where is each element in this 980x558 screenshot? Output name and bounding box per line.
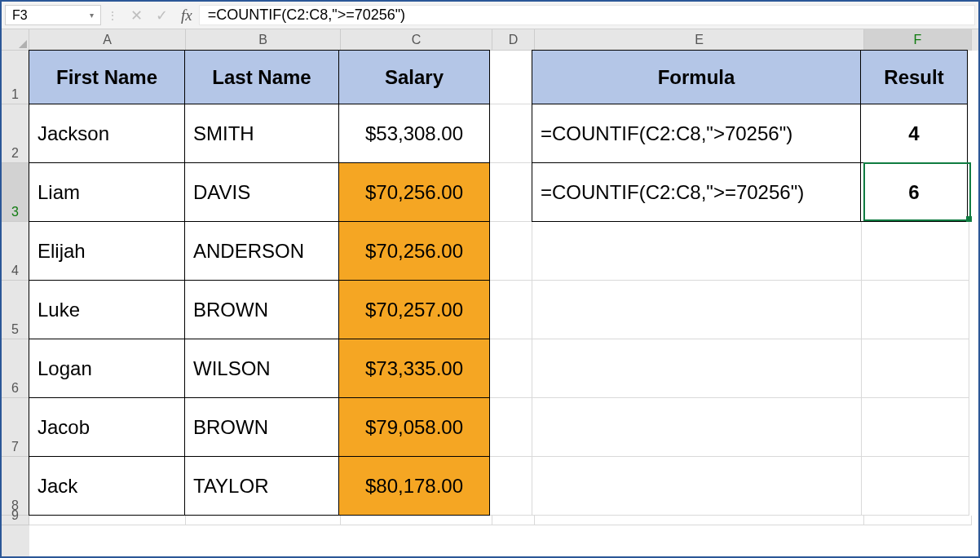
table-row: LoganWILSON$73,335.00 (29, 339, 978, 398)
cell-row9-3[interactable] (492, 516, 535, 525)
cell-row9-1[interactable] (186, 516, 341, 525)
cell-E4[interactable] (532, 222, 862, 281)
row-header-9[interactable]: 9 (2, 516, 29, 525)
column-header-E[interactable]: E (535, 29, 864, 51)
cell-F6[interactable] (862, 339, 969, 398)
column-header-F[interactable]: F (864, 29, 972, 51)
name-box[interactable]: F3 ▾ (5, 5, 101, 25)
cell-formula[interactable]: =COUNTIF(C2:C8,">=70256") (532, 162, 861, 222)
cell-row9-4[interactable] (535, 516, 864, 525)
cell-last-name[interactable]: BROWN (184, 397, 339, 457)
formula-input-value: =COUNTIF(C2:C8,">=70256") (208, 7, 405, 24)
header-formula[interactable]: Formula (532, 50, 861, 104)
cell-last-name[interactable]: SMITH (184, 104, 339, 163)
cell-salary[interactable]: $53,308.00 (338, 104, 490, 163)
cell-row9-0[interactable] (29, 516, 186, 525)
column-headers: ABCDEF (29, 29, 978, 51)
cell-first-name[interactable]: Luke (29, 280, 185, 339)
cell-F8[interactable] (862, 457, 969, 516)
row-header-5[interactable]: 5 (2, 281, 29, 339)
row-header-6[interactable]: 6 (2, 339, 29, 398)
cell-salary[interactable]: $70,256.00 (338, 162, 490, 222)
cell-F5[interactable] (862, 281, 969, 339)
cell-E6[interactable] (532, 339, 862, 398)
cell-D5[interactable] (490, 281, 532, 339)
cell-F7[interactable] (862, 398, 969, 457)
name-box-dropdown-icon[interactable]: ▾ (90, 11, 94, 20)
cell-D2[interactable] (490, 104, 532, 163)
table-row: JacksonSMITH$53,308.00=COUNTIF(C2:C8,">7… (29, 104, 978, 163)
cell-last-name[interactable]: TAYLOR (184, 456, 339, 516)
cell-E7[interactable] (532, 398, 862, 457)
table-row: JackTAYLOR$80,178.00 (29, 457, 978, 516)
column-header-B[interactable]: B (186, 29, 341, 51)
table-row: LiamDAVIS$70,256.00=COUNTIF(C2:C8,">=702… (29, 163, 978, 222)
table-row: First NameLast NameSalaryFormulaResult (29, 51, 978, 104)
table-row (29, 516, 978, 525)
row-header-2[interactable]: 2 (2, 104, 29, 163)
header-result[interactable]: Result (860, 50, 968, 104)
cell-F4[interactable] (862, 222, 969, 281)
cell-result[interactable]: 4 (860, 104, 968, 163)
table-row: LukeBROWN$70,257.00 (29, 281, 978, 339)
cell-salary[interactable]: $70,257.00 (338, 280, 490, 339)
cell-D7[interactable] (490, 398, 532, 457)
cell-first-name[interactable]: Liam (29, 162, 185, 222)
formula-bar-divider-icon: ⋮ (101, 2, 124, 29)
cell-D4[interactable] (490, 222, 532, 281)
column-header-D[interactable]: D (492, 29, 535, 51)
cell-first-name[interactable]: Logan (29, 339, 185, 398)
enter-icon[interactable]: ✓ (156, 7, 168, 24)
fx-icon[interactable]: fx (181, 7, 192, 24)
cell-first-name[interactable]: Elijah (29, 221, 185, 281)
formula-bar-buttons: ✕ ✓ fx (124, 2, 199, 29)
row-headers: 123456789 (2, 51, 29, 556)
row-header-3[interactable]: 3 (2, 163, 29, 222)
cell-last-name[interactable]: BROWN (184, 280, 339, 339)
cell-D6[interactable] (490, 339, 532, 398)
cell-salary[interactable]: $80,178.00 (338, 456, 490, 516)
table-row: JacobBROWN$79,058.00 (29, 398, 978, 457)
cell-D3[interactable] (490, 163, 532, 222)
cell-E8[interactable] (532, 457, 862, 516)
cells-area[interactable]: First NameLast NameSalaryFormulaResultJa… (29, 51, 978, 556)
row-header-4[interactable]: 4 (2, 222, 29, 281)
cell-last-name[interactable]: WILSON (184, 339, 339, 398)
cell-row9-5[interactable] (864, 516, 972, 525)
row-header-8[interactable]: 8 (2, 457, 29, 516)
cell-first-name[interactable]: Jackson (29, 104, 185, 163)
cell-first-name[interactable]: Jack (29, 456, 185, 516)
header-last-name[interactable]: Last Name (184, 50, 339, 104)
row-header-7[interactable]: 7 (2, 398, 29, 457)
table-row: ElijahANDERSON$70,256.00 (29, 222, 978, 281)
cancel-icon[interactable]: ✕ (130, 7, 143, 24)
cell-D1[interactable] (490, 51, 532, 104)
cell-formula[interactable]: =COUNTIF(C2:C8,">70256") (532, 104, 861, 163)
excel-window: F3 ▾ ⋮ ✕ ✓ fx =COUNTIF(C2:C8,">=70256") … (0, 0, 980, 558)
column-header-C[interactable]: C (341, 29, 492, 51)
cell-salary[interactable]: $70,256.00 (338, 221, 490, 281)
formula-input[interactable]: =COUNTIF(C2:C8,">=70256") (199, 5, 975, 25)
cell-D8[interactable] (490, 457, 532, 516)
column-header-A[interactable]: A (29, 29, 186, 51)
row-header-1[interactable]: 1 (2, 51, 29, 104)
header-first-name[interactable]: First Name (29, 50, 185, 104)
cell-salary[interactable]: $73,335.00 (338, 339, 490, 398)
cell-last-name[interactable]: ANDERSON (184, 221, 339, 281)
cell-row9-2[interactable] (341, 516, 492, 525)
cell-last-name[interactable]: DAVIS (184, 162, 339, 222)
header-salary[interactable]: Salary (338, 50, 490, 104)
cell-E5[interactable] (532, 281, 862, 339)
formula-bar: F3 ▾ ⋮ ✕ ✓ fx =COUNTIF(C2:C8,">=70256") (2, 2, 978, 29)
cell-first-name[interactable]: Jacob (29, 397, 185, 457)
select-all-corner[interactable] (2, 29, 29, 51)
worksheet-grid: ABCDEF 123456789 First NameLast NameSala… (2, 29, 978, 556)
cell-salary[interactable]: $79,058.00 (338, 397, 490, 457)
cell-result[interactable]: 6 (860, 162, 968, 222)
name-box-value: F3 (12, 8, 28, 23)
